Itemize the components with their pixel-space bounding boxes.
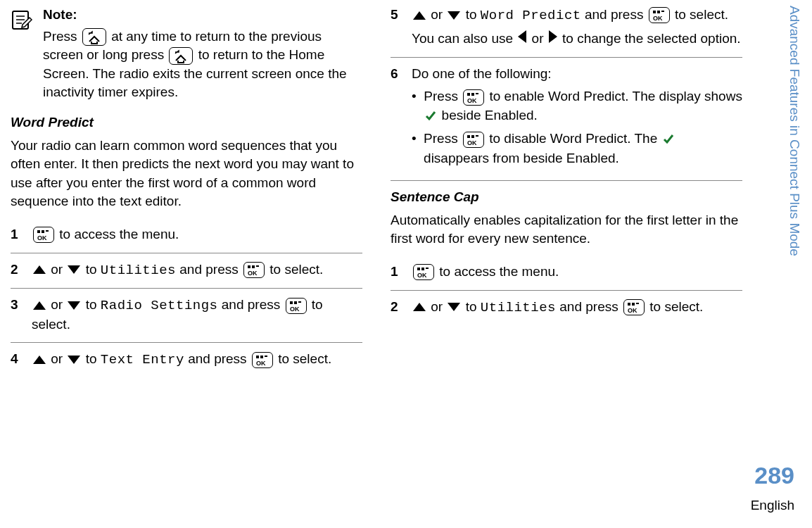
svg-rect-35 (471, 93, 474, 96)
ok-key-icon: OK (649, 7, 670, 23)
step-text: or to Radio Settings and press OK to sel… (32, 296, 362, 334)
sidebar-title: Advanced Features in Connect Plus Mode (785, 6, 804, 358)
step-row: 6 Do one of the following: • Press OK to… (391, 58, 742, 181)
down-triangle-icon (68, 351, 80, 370)
svg-rect-16 (290, 301, 293, 304)
right-triangle-icon (549, 30, 557, 49)
step-number: 2 (391, 298, 402, 318)
up-triangle-icon (33, 351, 46, 370)
svg-rect-49 (632, 303, 635, 306)
step-text: or to Word Predict and press OK to selec… (412, 6, 742, 49)
svg-rect-43 (421, 268, 424, 270)
svg-marker-8 (33, 265, 46, 274)
svg-rect-24 (265, 356, 267, 357)
up-triangle-icon (413, 298, 426, 317)
svg-text:OK: OK (467, 139, 477, 146)
down-triangle-icon (68, 296, 80, 315)
svg-text:OK: OK (256, 360, 266, 366)
up-triangle-icon (413, 6, 426, 25)
svg-rect-4 (37, 230, 40, 233)
page-number: 289 (754, 459, 794, 493)
svg-marker-26 (413, 11, 426, 20)
edit-note-icon (11, 7, 34, 102)
svg-rect-40 (476, 135, 478, 137)
svg-rect-38 (467, 135, 470, 138)
step-number: 6 (391, 65, 402, 172)
svg-rect-28 (653, 11, 656, 13)
svg-marker-46 (413, 303, 426, 311)
home-key-icon (82, 28, 106, 46)
svg-text:OK: OK (467, 97, 477, 103)
ok-key-icon: OK (463, 89, 484, 106)
check-icon (663, 130, 674, 149)
ok-key-icon: OK (463, 132, 484, 148)
svg-rect-30 (661, 11, 664, 12)
svg-text:OK: OK (37, 234, 47, 241)
step-row: 4 or to Text Entry and press OK to selec… (11, 343, 362, 378)
note-block: Note: Press at any time to return to the… (11, 6, 362, 102)
svg-marker-20 (33, 356, 46, 364)
svg-marker-32 (518, 30, 526, 43)
svg-rect-10 (248, 265, 250, 268)
word-predict-intro: Your radio can learn common word sequenc… (11, 137, 362, 211)
step-number: 2 (11, 260, 22, 280)
svg-rect-48 (628, 303, 630, 306)
ok-key-icon: OK (286, 298, 307, 314)
svg-rect-36 (476, 93, 478, 94)
step-row: 1 OK to access the menu. (11, 218, 362, 253)
step-text: or to Utilities and press OK to select. (32, 260, 362, 280)
svg-rect-11 (252, 265, 255, 268)
step-row: 2 or to Utilities and press OK to select… (391, 291, 742, 326)
svg-text:OK: OK (628, 307, 637, 313)
svg-rect-44 (426, 268, 429, 269)
step-number: 4 (11, 350, 22, 370)
step-text: OK to access the menu. (32, 225, 362, 244)
home-key-icon (169, 47, 193, 65)
svg-rect-29 (657, 11, 660, 13)
svg-rect-12 (256, 265, 259, 267)
step-row: 2 or to Utilities and press OK to select… (11, 253, 362, 289)
step-row: 5 or to Word Predict and press OK to sel… (391, 6, 742, 58)
svg-rect-18 (298, 301, 301, 303)
step-number: 1 (11, 225, 22, 244)
down-triangle-icon (68, 260, 80, 279)
step-number: 5 (391, 6, 402, 49)
ok-key-icon: OK (243, 262, 265, 278)
svg-marker-33 (549, 30, 557, 43)
ok-key-icon: OK (623, 299, 645, 315)
ok-key-icon: OK (413, 264, 434, 280)
svg-rect-22 (256, 356, 259, 358)
ok-key-icon: OK (252, 352, 273, 368)
note-title: Note: (43, 6, 362, 25)
step-text: OK to access the menu. (412, 263, 742, 282)
svg-rect-39 (471, 135, 474, 138)
svg-marker-14 (33, 301, 46, 310)
check-icon (425, 107, 436, 126)
up-triangle-icon (33, 260, 46, 279)
svg-marker-15 (68, 301, 80, 310)
svg-marker-27 (448, 11, 460, 20)
svg-marker-21 (68, 356, 80, 364)
word-predict-heading: Word Predict (11, 113, 362, 132)
step-number: 3 (11, 296, 22, 334)
ok-key-icon: OK (33, 227, 54, 243)
svg-rect-42 (417, 268, 420, 270)
up-triangle-icon (33, 296, 46, 315)
bullet-dot: • (412, 87, 417, 125)
bullet-dot: • (412, 130, 417, 168)
language-label: English (751, 496, 794, 515)
left-triangle-icon (518, 30, 526, 49)
svg-marker-47 (448, 303, 460, 311)
svg-rect-6 (46, 230, 49, 232)
down-triangle-icon (448, 6, 460, 25)
svg-text:OK: OK (417, 272, 427, 278)
step-text: or to Text Entry and press OK to select. (32, 350, 362, 370)
svg-rect-34 (467, 93, 470, 96)
step-row: 3 or to Radio Settings and press OK to s… (11, 289, 362, 343)
svg-text:OK: OK (653, 15, 663, 21)
svg-text:OK: OK (290, 306, 300, 312)
step-text: Do one of the following: • Press OK to e… (412, 65, 742, 172)
svg-rect-5 (42, 230, 44, 233)
sentence-cap-intro: Automatically enables capitalization for… (391, 211, 742, 249)
svg-marker-9 (68, 265, 80, 274)
